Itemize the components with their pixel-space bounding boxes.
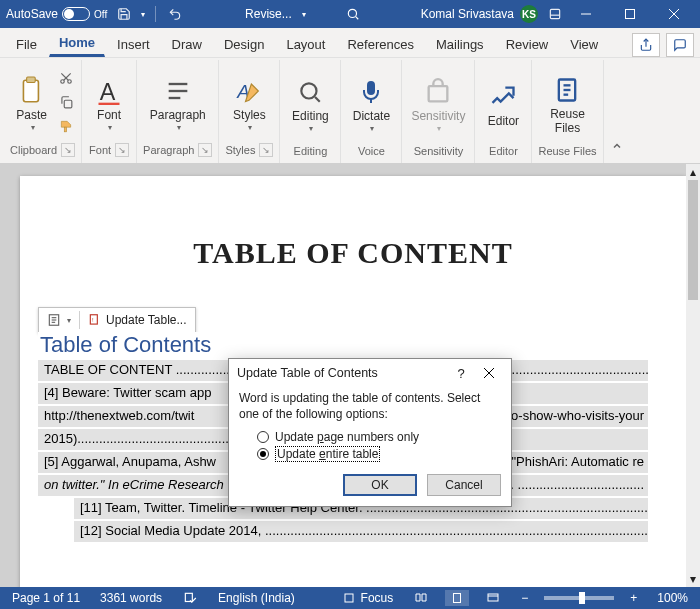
paragraph-launcher-icon[interactable]: ↘ [198,143,212,157]
styles-launcher-icon[interactable]: ↘ [259,143,273,157]
user-name[interactable]: Komal Srivastava [421,7,514,21]
vertical-scrollbar[interactable]: ▴ ▾ [686,164,700,587]
reuse-files-icon [551,74,583,106]
autosave-switch[interactable] [62,7,90,21]
styles-button[interactable]: A Styles ▾ [227,71,271,131]
font-launcher-icon[interactable]: ↘ [115,143,129,157]
zoom-level[interactable]: 100% [653,591,692,605]
close-button[interactable] [652,0,696,28]
share-button[interactable] [632,33,660,57]
copy-icon[interactable] [57,93,75,111]
reuse-files-label: Reuse Files [550,108,585,134]
update-table-icon: ! [88,313,102,327]
group-reuse-label: Reuse Files [538,145,596,157]
paste-button[interactable]: Paste ▾ [11,71,53,131]
paragraph-button[interactable]: Paragraph ▾ [148,71,208,131]
dictate-button[interactable]: Dictate ▾ [347,72,395,132]
editor-icon [487,81,519,113]
autosave-toggle[interactable]: AutoSave Off [4,6,109,22]
ribbon-options-icon[interactable] [546,5,564,23]
tab-design[interactable]: Design [214,30,274,57]
chevron-down-icon: ▾ [248,123,252,132]
tab-draw[interactable]: Draw [162,30,212,57]
zoom-in-button[interactable]: + [626,591,641,605]
tab-layout[interactable]: Layout [276,30,335,57]
ok-button[interactable]: OK [343,474,417,496]
minimize-button[interactable] [564,0,608,28]
svg-rect-39 [185,593,192,601]
web-layout-icon [485,590,501,606]
svg-rect-41 [454,594,461,603]
word-count[interactable]: 3361 words [96,591,166,605]
format-painter-icon[interactable] [57,117,75,135]
svg-text:!: ! [92,317,94,323]
tab-references[interactable]: References [337,30,423,57]
maximize-button[interactable] [608,0,652,28]
chevron-down-icon: ▾ [31,123,35,132]
font-button[interactable]: A Font ▾ [88,71,130,131]
paste-icon [16,75,48,107]
save-icon[interactable] [115,5,133,23]
autosave-label: AutoSave [6,7,58,21]
editor-button[interactable]: Editor [481,77,525,128]
tab-mailings[interactable]: Mailings [426,30,494,57]
page-title: TABLE OF CONTENT [68,236,638,270]
group-styles: A Styles ▾ Styles↘ [219,60,280,163]
document-name[interactable]: Revise... [245,7,292,21]
qat-dropdown-icon[interactable]: ▾ [141,10,145,19]
tab-file[interactable]: File [6,30,47,57]
spellcheck-status[interactable] [178,590,202,606]
focus-mode-button[interactable]: Focus [337,590,398,606]
svg-rect-24 [368,82,374,94]
dialog-titlebar[interactable]: Update Table of Contents ? [229,359,511,387]
editing-button[interactable]: Editing ▾ [286,72,334,132]
radio-update-entire-table[interactable]: Update entire table [257,446,501,462]
search-button[interactable] [346,7,360,21]
doc-name-dropdown-icon[interactable]: ▾ [302,10,306,19]
print-layout-button[interactable] [445,590,469,606]
group-font-label: Font [89,144,111,156]
tab-insert[interactable]: Insert [107,30,160,57]
dialog-close-button[interactable] [475,359,503,387]
scroll-thumb[interactable] [688,180,698,300]
svg-rect-35 [90,315,97,324]
group-voice: Dictate ▾ Voice [341,60,402,163]
cancel-button[interactable]: Cancel [427,474,501,496]
language-status[interactable]: English (India) [214,591,299,605]
update-table-label: Update Table... [106,313,187,327]
styles-icon: A [233,75,265,107]
tab-review[interactable]: Review [496,30,559,57]
tab-home[interactable]: Home [49,28,105,57]
toc-options-button[interactable]: ▾ [41,310,77,330]
undo-icon[interactable] [166,5,184,23]
scroll-up-icon[interactable]: ▴ [688,166,698,178]
paragraph-icon [162,75,194,107]
editor-label: Editor [488,115,519,128]
radio-label: Update page numbers only [275,430,419,444]
reuse-files-button[interactable]: Reuse Files [543,70,591,134]
comments-button[interactable] [666,33,694,57]
update-table-button[interactable]: ! Update Table... [82,310,193,330]
zoom-slider[interactable] [544,596,614,600]
tab-view[interactable]: View [560,30,608,57]
clipboard-launcher-icon[interactable]: ↘ [61,143,75,157]
scroll-down-icon[interactable]: ▾ [688,573,698,585]
web-layout-button[interactable] [481,590,505,606]
avatar[interactable]: KS [520,5,538,23]
microphone-icon [355,76,387,108]
read-mode-button[interactable] [409,590,433,606]
collapse-ribbon-icon[interactable] [608,137,626,155]
group-reuse-files: Reuse Files Reuse Files [532,60,603,163]
group-clipboard: Paste ▾ Clipboard↘ [4,60,82,163]
radio-label: Update entire table [275,446,380,462]
dialog-help-button[interactable]: ? [447,359,475,387]
group-voice-label: Voice [358,145,385,157]
svg-point-10 [60,79,64,83]
zoom-out-button[interactable]: − [517,591,532,605]
sensitivity-button[interactable]: Sensitivity ▾ [408,72,468,132]
radio-update-page-numbers[interactable]: Update page numbers only [257,430,501,444]
cut-icon[interactable] [57,69,75,87]
svg-rect-8 [23,81,38,102]
group-paragraph: Paragraph ▾ Paragraph↘ [137,60,219,163]
page-status[interactable]: Page 1 of 11 [8,591,84,605]
